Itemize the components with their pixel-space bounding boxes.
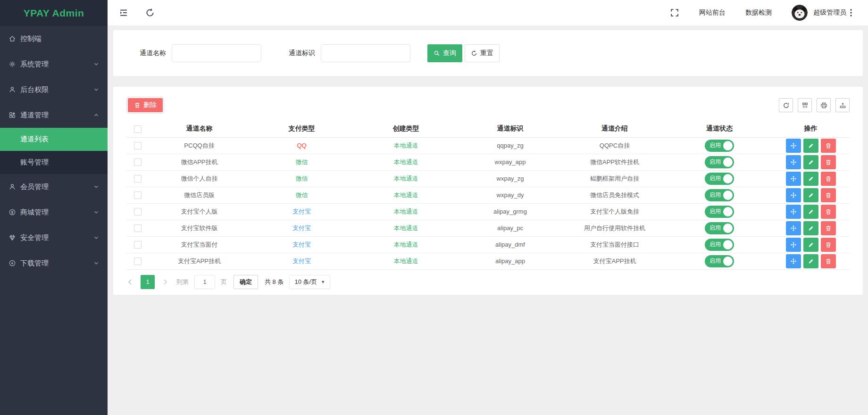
- channel-name-input[interactable]: [172, 44, 261, 62]
- move-row-button[interactable]: [786, 139, 801, 153]
- toggle-knob-icon: [723, 141, 733, 150]
- status-toggle[interactable]: 启用: [705, 140, 734, 152]
- search-panel: 通道名称 通道标识 查询 重置: [113, 30, 863, 76]
- trash-icon: [825, 192, 832, 199]
- edit-row-button[interactable]: [803, 188, 818, 202]
- confirm-page-button[interactable]: 确定: [234, 275, 258, 289]
- status-toggle[interactable]: 启用: [705, 173, 734, 185]
- status-toggle[interactable]: 启用: [705, 206, 734, 218]
- sidebar-subitem[interactable]: 账号管理: [0, 151, 108, 174]
- goto-label: 到第: [176, 278, 189, 286]
- row-checkbox[interactable]: [134, 175, 142, 183]
- cell-channel-name: PCQQ自挂: [149, 137, 250, 154]
- cell-channel-code: alipay_grmg: [458, 203, 562, 220]
- row-checkbox[interactable]: [134, 257, 142, 265]
- link-site-front[interactable]: 网站前台: [699, 8, 726, 17]
- current-user[interactable]: 超级管理员: [813, 8, 846, 17]
- table-panel: 删除 通道名称 支付类型 创建类型 通道标识: [113, 87, 863, 295]
- move-row-button[interactable]: [786, 221, 801, 235]
- row-checkbox[interactable]: [134, 142, 142, 149]
- header-channel-desc: 通道介绍: [562, 121, 667, 137]
- trash-icon: [825, 241, 832, 248]
- cell-create-type: 本地通道: [354, 187, 458, 203]
- export-icon[interactable]: [835, 98, 850, 112]
- sidebar-item-label: 通道管理: [20, 111, 49, 120]
- sidebar-item[interactable]: 通道管理: [0, 102, 108, 128]
- refresh-page-icon[interactable]: [145, 8, 155, 17]
- edit-row-button[interactable]: [803, 254, 818, 268]
- pencil-icon: [808, 241, 814, 248]
- edit-row-button[interactable]: [803, 238, 818, 252]
- sidebar-menu: 控制端系统管理后台权限通道管理通道列表账号管理会员管理商城管理安全管理下载管理: [0, 26, 108, 276]
- sidebar-item[interactable]: 安全管理: [0, 225, 108, 250]
- trash-icon: [825, 208, 832, 215]
- reset-button[interactable]: 重置: [465, 44, 500, 62]
- page-size-select[interactable]: 10 条/页 ▼: [289, 275, 330, 289]
- edit-row-button[interactable]: [803, 221, 818, 235]
- delete-selected-button[interactable]: 删除: [128, 98, 163, 112]
- move-row-button[interactable]: [786, 172, 801, 186]
- sidebar-subitem[interactable]: 通道列表: [0, 128, 108, 151]
- delete-row-button[interactable]: [821, 155, 836, 169]
- cell-channel-code: alipay_pc: [458, 220, 562, 236]
- row-checkbox[interactable]: [134, 208, 142, 216]
- edit-row-button[interactable]: [803, 155, 818, 169]
- table-row: 支付宝个人版支付宝本地通道alipay_grmg支付宝个人版免挂启用: [126, 203, 850, 220]
- link-data-check[interactable]: 数据检测: [745, 8, 772, 17]
- toggle-knob-icon: [723, 207, 733, 216]
- move-row-button[interactable]: [786, 238, 801, 252]
- columns-filter-icon[interactable]: [798, 98, 812, 112]
- sidebar-item[interactable]: 商城管理: [0, 199, 108, 225]
- print-icon[interactable]: [817, 98, 831, 112]
- delete-row-button[interactable]: [821, 205, 836, 219]
- query-button[interactable]: 查询: [427, 44, 462, 62]
- more-vertical-icon[interactable]: [846, 8, 856, 17]
- move-row-button[interactable]: [786, 205, 801, 219]
- table-header-row: 通道名称 支付类型 创建类型 通道标识 通道介绍 通道状态 操作: [126, 121, 850, 137]
- sidebar-item[interactable]: 后台权限: [0, 77, 108, 102]
- avatar[interactable]: [792, 5, 808, 21]
- delete-row-button[interactable]: [821, 221, 836, 235]
- next-page-icon[interactable]: [161, 278, 169, 286]
- fullscreen-icon[interactable]: [670, 8, 679, 17]
- delete-row-button[interactable]: [821, 238, 836, 252]
- trash-icon: [825, 258, 832, 265]
- delete-row-button[interactable]: [821, 172, 836, 186]
- move-row-button[interactable]: [786, 254, 801, 268]
- table-row: 支付宝当面付支付宝本地通道alipay_dmf支付宝当面付接口启用: [126, 236, 850, 253]
- status-toggle[interactable]: 启用: [705, 156, 734, 168]
- status-toggle[interactable]: 启用: [705, 189, 734, 201]
- app-logo: YPAY Admin: [0, 0, 108, 26]
- sidebar-item[interactable]: 会员管理: [0, 174, 108, 199]
- table-toolbar: 删除: [126, 98, 850, 112]
- row-checkbox[interactable]: [134, 241, 142, 249]
- select-all-checkbox[interactable]: [134, 125, 142, 133]
- edit-row-button[interactable]: [803, 139, 818, 153]
- refresh-table-icon[interactable]: [779, 98, 793, 112]
- status-toggle[interactable]: 启用: [705, 239, 734, 251]
- move-row-button[interactable]: [786, 188, 801, 202]
- row-checkbox[interactable]: [134, 224, 142, 232]
- delete-row-button[interactable]: [821, 254, 836, 268]
- move-row-button[interactable]: [786, 155, 801, 169]
- prev-page-icon[interactable]: [126, 278, 134, 286]
- channel-code-input[interactable]: [321, 44, 410, 62]
- collapse-menu-icon[interactable]: [119, 8, 128, 17]
- status-toggle[interactable]: 启用: [705, 222, 734, 234]
- sidebar-item[interactable]: 控制端: [0, 26, 108, 51]
- delete-row-button[interactable]: [821, 188, 836, 202]
- cell-channel-name: 支付宝个人版: [149, 203, 250, 220]
- goto-page-input[interactable]: [194, 275, 215, 289]
- delete-row-button[interactable]: [821, 139, 836, 153]
- edit-row-button[interactable]: [803, 172, 818, 186]
- page-number-button[interactable]: 1: [141, 275, 155, 289]
- status-toggle-label: 启用: [709, 241, 721, 249]
- table-row: 微信个人自挂微信本地通道wxpay_zg鲲鹏框架用户自挂启用: [126, 170, 850, 187]
- row-checkbox[interactable]: [134, 158, 142, 166]
- sidebar-item[interactable]: 系统管理: [0, 51, 108, 77]
- header-actions: 操作: [772, 121, 850, 137]
- status-toggle[interactable]: 启用: [705, 255, 734, 267]
- row-checkbox[interactable]: [134, 191, 142, 199]
- edit-row-button[interactable]: [803, 205, 818, 219]
- sidebar-item[interactable]: 下载管理: [0, 250, 108, 276]
